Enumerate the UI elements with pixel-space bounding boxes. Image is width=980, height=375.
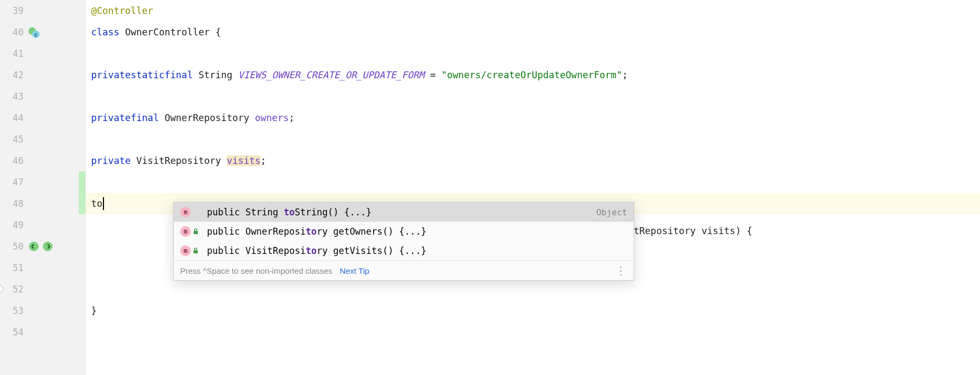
vcs-change-marker[interactable] [79,193,85,214]
lock-icon [192,247,199,254]
code-text: owners [255,112,289,123]
line-number: 42 [0,70,26,80]
code-editor[interactable]: 39 40 c 41 42 43 44 45 46 47 [0,0,980,375]
svg-point-3 [29,242,39,251]
completion-label: public OwnerRepository getOwners() {...} [207,226,622,237]
completion-label: public String toString() {...} [207,207,591,218]
completion-more-icon[interactable]: ⋮ [615,265,627,276]
line-number: 53 [0,305,26,316]
line-number: 39 [0,5,26,16]
line-number: 44 [0,112,26,123]
code-text: ; [261,155,266,166]
completion-next-tip-link[interactable]: Next Tip [340,266,369,275]
code-text: private [91,155,131,166]
code-text: OwnerController { [120,27,221,38]
method-icon: m [180,245,191,256]
code-text: class [91,27,120,38]
code-text: = [425,70,442,80]
vcs-change-marker[interactable] [79,171,85,193]
completion-item[interactable]: mpublic OwnerRepository getOwners() {...… [174,222,634,241]
code-text: private [91,70,131,80]
gutter-row: 47 [0,171,85,193]
gutter-row: 40 c [0,21,85,43]
typed-text: to [91,198,102,209]
code-text: visits [227,155,261,166]
gutter: 39 40 c 41 42 43 44 45 46 47 [0,0,86,375]
gutter-row: 39 [0,0,85,21]
line-number: 43 [0,91,26,102]
caret [103,197,104,210]
completion-tail: Object [596,207,627,218]
line-number: 45 [0,134,26,145]
method-icon: m [180,207,191,218]
code-text: final [165,70,193,80]
line-number: 46 [0,155,26,166]
code-text: } [91,305,97,316]
code-text: VisitRepository [131,155,227,166]
line-number: 48 [0,198,26,209]
line-number: 47 [0,177,26,188]
completion-item[interactable]: mpublic String toString() {...}Object [174,202,634,222]
code-text: "owners/createOrUpdateOwnerForm" [441,70,622,80]
completion-item[interactable]: mpublic VisitRepository getVisits() {...… [174,241,634,260]
line-number: 51 [0,262,26,273]
code-text: VIEWS_OWNER_CREATE_OR_UPDATE_FORM [238,70,425,80]
lock-icon [192,228,199,235]
completion-label: public VisitRepository getVisits() {...} [207,245,622,256]
svg-rect-6 [194,250,198,253]
gutter-row: 48 [0,193,85,214]
svg-point-4 [43,242,53,251]
code-text: ; [622,70,628,80]
completion-hint: Press ^Space to see non-imported classes [180,266,332,275]
svg-text:c: c [34,32,38,38]
gutter-row: 50 [0,236,85,257]
overrides-gutter-icon[interactable] [42,241,54,252]
completion-footer: Press ^Space to see non-imported classes… [174,260,634,280]
line-number: 49 [0,220,26,230]
class-gutter-icon[interactable]: c [28,26,41,39]
code-text: private [91,112,131,123]
line-number: 41 [0,48,26,59]
code-text: String [193,70,238,80]
code-text: ; [289,112,295,123]
line-number: 54 [0,327,26,338]
line-number: 50 [0,241,26,252]
code-text: @Controller [91,5,153,16]
implements-gutter-icon[interactable] [28,241,40,252]
code-text: OwnerRepository [159,112,255,123]
line-number: 52 [0,284,26,295]
code-text: final [131,112,159,123]
completion-popup[interactable]: mpublic String toString() {...}Objectmpu… [173,202,634,281]
code-behind-popup: tRepository visits) { [634,220,752,242]
method-icon: m [180,226,191,237]
line-number: 40 [0,27,26,38]
svg-rect-5 [194,231,198,234]
code-area[interactable]: @Controller class OwnerController { priv… [86,0,980,375]
code-text: static [131,70,165,80]
